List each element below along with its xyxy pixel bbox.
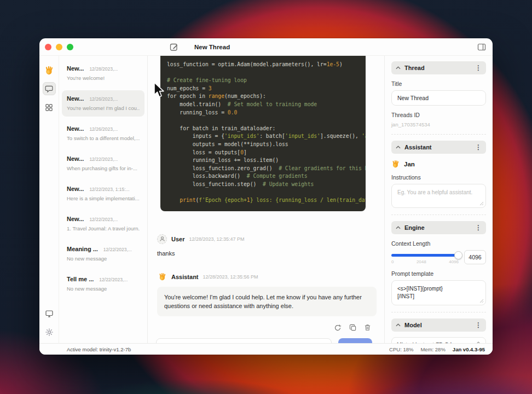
chevron-up-icon bbox=[396, 226, 401, 229]
titlebar: New Thread bbox=[39, 38, 493, 56]
copy-icon[interactable] bbox=[348, 323, 357, 333]
slider-thumb[interactable] bbox=[454, 251, 462, 259]
slider-ticks: 0 2048 4096 bbox=[391, 259, 459, 264]
thread-list-item[interactable]: New...12/26/2023,...To switch to a diffe… bbox=[62, 120, 144, 147]
traffic-lights bbox=[39, 44, 93, 50]
thread-item-title: Meaning ... bbox=[67, 246, 98, 252]
thread-item-title: New... bbox=[67, 125, 84, 132]
rail-tab-threads[interactable] bbox=[43, 82, 56, 95]
window-title: New Thread bbox=[194, 44, 230, 50]
resize-grip-icon[interactable] bbox=[479, 201, 484, 206]
assistant-message: Assistant 12/28/2023, 12:35:56 PM You're… bbox=[148, 272, 384, 316]
send-button[interactable]: Send bbox=[338, 338, 372, 343]
thread-item-title: New... bbox=[67, 186, 84, 192]
cpu-usage: CPU: 18% bbox=[389, 346, 413, 352]
message-timestamp: 12/28/2023, 12:35:47 PM bbox=[189, 236, 244, 242]
panel-title: Thread bbox=[404, 65, 471, 71]
thread-list-item[interactable]: New...12/28/2023,...You're welcome! bbox=[62, 60, 144, 86]
app-version: Jan v0.4.3-95 bbox=[453, 346, 485, 352]
message-timestamp: 12/28/2023, 12:35:56 PM bbox=[203, 274, 258, 280]
instructions-label: Instructions bbox=[391, 174, 486, 181]
kebab-menu-icon[interactable]: ⋮ bbox=[475, 224, 482, 231]
instructions-textarea[interactable]: Eg. You are a helpful assistant. bbox=[391, 184, 486, 208]
left-rail bbox=[39, 56, 59, 343]
model-select[interactable]: Mistral Instruct 7B Q4 bbox=[391, 337, 486, 343]
kebab-menu-icon[interactable]: ⋮ bbox=[475, 144, 482, 150]
jan-app-window: New Thread bbox=[39, 38, 493, 355]
regenerate-icon[interactable] bbox=[333, 323, 343, 333]
assistant-avatar-wave-icon bbox=[157, 272, 167, 282]
model-panel: Model ⋮ Mistral Instruct 7B Q4 Max Token… bbox=[391, 318, 486, 343]
thread-item-date: 12/22/2023,... bbox=[89, 157, 118, 162]
thread-item-title: New... bbox=[67, 155, 84, 162]
thread-item-title: Tell me ... bbox=[67, 276, 94, 282]
rail-settings-gear-icon[interactable] bbox=[43, 326, 56, 339]
thread-item-preview: To switch to a different model,... bbox=[67, 135, 140, 141]
thread-list: New...12/28/2023,...You're welcome!New..… bbox=[59, 56, 148, 343]
composer: Send bbox=[148, 333, 384, 343]
thread-item-date: 12/22/2023,... bbox=[99, 277, 128, 282]
toggle-right-panel-icon[interactable] bbox=[477, 43, 486, 51]
thread-item-date: 12/22/2023,... bbox=[103, 247, 132, 252]
kebab-menu-icon[interactable]: ⋮ bbox=[475, 65, 482, 71]
main-area: New...12/28/2023,...You're welcome!New..… bbox=[39, 56, 493, 343]
thread-item-title: New... bbox=[67, 216, 84, 222]
assistant-panel-header[interactable]: Assistant ⋮ bbox=[391, 141, 486, 154]
zoom-button[interactable] bbox=[67, 44, 73, 50]
active-model-status: Active model: trinity-v1.2-7b bbox=[67, 346, 131, 352]
kebab-menu-icon[interactable]: ⋮ bbox=[475, 322, 482, 328]
message-role: Assistant bbox=[171, 274, 199, 280]
threads-id-label: Threads ID bbox=[391, 112, 486, 118]
jan-logo-wave-icon bbox=[43, 63, 56, 77]
thread-item-preview: Here is a simple implementati... bbox=[67, 195, 140, 201]
thread-list-item[interactable]: New...12/26/2023,...You're welcome! I'm … bbox=[62, 90, 144, 117]
prompt-template-label: Prompt template bbox=[391, 270, 486, 277]
thread-panel-header[interactable]: Thread ⋮ bbox=[391, 61, 486, 74]
thread-item-date: 12/22/2023,... bbox=[89, 217, 118, 222]
thread-item-title: New... bbox=[67, 95, 84, 102]
context-length-slider[interactable]: 0 2048 4096 bbox=[391, 251, 459, 264]
assistant-name: Jan bbox=[404, 161, 415, 167]
thread-item-date: 12/22/2023, 1:15:... bbox=[89, 187, 129, 192]
thread-item-preview: No new message bbox=[67, 286, 140, 292]
message-input[interactable] bbox=[156, 338, 332, 343]
thread-list-item[interactable]: Meaning ...12/22/2023,...No new message bbox=[62, 241, 144, 267]
thread-item-title: New... bbox=[67, 65, 84, 72]
instructions-placeholder: Eg. You are a helpful assistant. bbox=[397, 189, 472, 195]
thread-item-preview: You're welcome! I'm glad I cou... bbox=[67, 105, 140, 111]
model-panel-header[interactable]: Model ⋮ bbox=[391, 318, 486, 332]
code-block: loss_function = optim.Adam(model.paramet… bbox=[160, 56, 366, 211]
thread-item-preview: When purchasing gifts for in-... bbox=[67, 165, 140, 171]
user-avatar bbox=[157, 234, 167, 244]
right-panel: Thread ⋮ Title Threads ID jan_1703574534… bbox=[385, 56, 493, 343]
close-button[interactable] bbox=[45, 44, 51, 50]
status-bar: Active model: trinity-v1.2-7b CPU: 18% M… bbox=[39, 343, 493, 355]
minimize-button[interactable] bbox=[56, 44, 62, 50]
resize-grip-icon[interactable] bbox=[479, 299, 484, 303]
thread-list-item[interactable]: New...12/22/2023, 1:15:...Here is a simp… bbox=[62, 181, 144, 207]
prompt-template-value: <s>[INST]{prompt} [/INST] bbox=[397, 286, 443, 299]
thread-item-date: 12/26/2023,... bbox=[89, 126, 118, 132]
delete-trash-icon[interactable] bbox=[362, 323, 372, 333]
user-message: User 12/28/2023, 12:35:47 PM thanks bbox=[148, 234, 384, 257]
thread-panel: Thread ⋮ Title Threads ID jan_1703574534 bbox=[391, 61, 486, 135]
thread-item-preview: You're welcome! bbox=[67, 75, 140, 81]
thread-list-item[interactable]: New...12/22/2023,...When purchasing gift… bbox=[62, 150, 144, 177]
prompt-template-textarea[interactable]: <s>[INST]{prompt} [/INST] bbox=[391, 280, 486, 305]
context-length-value[interactable] bbox=[464, 250, 486, 264]
new-thread-compose-icon[interactable] bbox=[169, 42, 179, 52]
thread-list-item[interactable]: New...12/22/2023,...1. Travel Journal: A… bbox=[62, 211, 144, 237]
engine-panel-header[interactable]: Engine ⋮ bbox=[391, 221, 486, 234]
rail-system-monitor-icon[interactable] bbox=[43, 307, 56, 320]
chevron-up-icon bbox=[396, 146, 401, 149]
thread-list-item[interactable]: Tell me ...12/22/2023,...No new message bbox=[62, 271, 144, 297]
thread-item-preview: No new message bbox=[67, 256, 140, 262]
engine-panel: Engine ⋮ Context Length 0 2048 4096 bbox=[391, 221, 486, 312]
assistant-wave-icon bbox=[391, 160, 400, 168]
thread-item-date: 12/26/2023,... bbox=[89, 96, 118, 102]
panel-title: Engine bbox=[404, 224, 471, 231]
mem-usage: Mem: 28% bbox=[420, 346, 445, 352]
rail-tab-hub[interactable] bbox=[43, 101, 56, 114]
context-length-label: Context Length bbox=[391, 240, 486, 247]
thread-title-input[interactable] bbox=[391, 90, 486, 106]
